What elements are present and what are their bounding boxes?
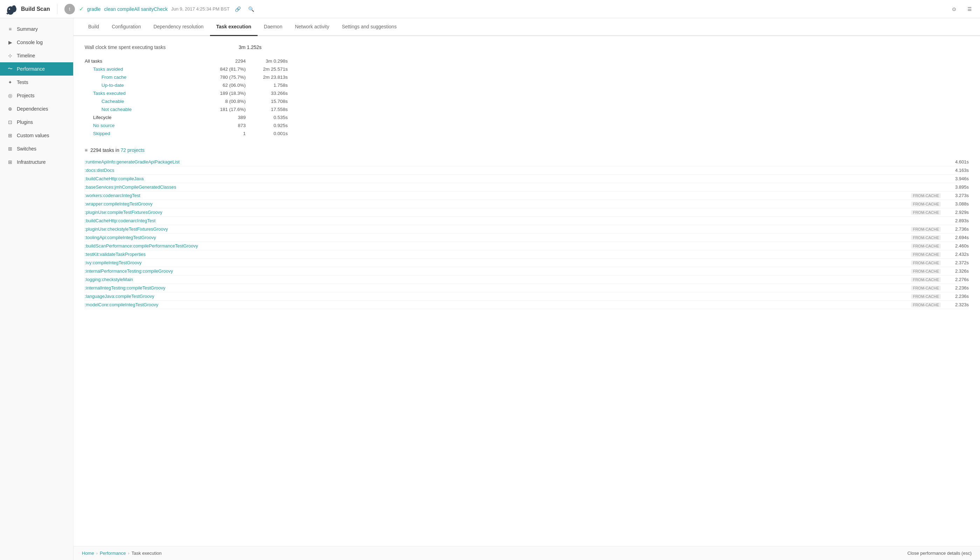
task-name[interactable]: :docs:distDocs (85, 168, 941, 173)
stats-time: 33.266s (246, 91, 288, 96)
tab-bar: BuildConfigurationDependency resolutionT… (73, 18, 980, 36)
stats-label[interactable]: From cache (85, 75, 197, 80)
tab-task-execution[interactable]: Task execution (210, 18, 258, 36)
task-badge: FROM-CACHE (911, 202, 941, 207)
sidebar-item-switches[interactable]: ⊞Switches (0, 142, 73, 155)
task-time: 2.929s (941, 210, 969, 215)
stats-time: 1.758s (246, 83, 288, 88)
stats-row: Cacheable8 (00.8%)15.708s (85, 97, 969, 105)
task-name[interactable]: :toolingApi:compileIntegTestGroovy (85, 235, 909, 240)
task-badge: FROM-CACHE (911, 193, 941, 198)
stats-time: 0.925s (246, 123, 288, 128)
task-name[interactable]: :runtimeApiInfo:generateGradleApiPackage… (85, 159, 941, 165)
tab-dependency-resolution[interactable]: Dependency resolution (147, 18, 210, 36)
task-name[interactable]: :buildCacheHttp:compileJava (85, 176, 941, 181)
task-row: :languageJava:compileTestGroovyFROM-CACH… (85, 292, 969, 301)
task-row: :logging:checkstyleMainFROM-CACHE2.276s (85, 275, 969, 284)
sidebar-item-console-log[interactable]: ▶Console log (0, 36, 73, 49)
stats-label[interactable]: Tasks avoided (85, 67, 197, 72)
sidebar-item-label-custom-values: Custom values (17, 133, 49, 138)
top-header: Build Scan t ✓ gradle clean compileAll s… (0, 0, 980, 18)
task-name[interactable]: :baseServices:jmhCompileGeneratedClasses (85, 185, 941, 190)
projects-icon: ◎ (7, 92, 13, 99)
tab-settings-suggestions[interactable]: Settings and suggestions (336, 18, 403, 36)
task-row: :testKit:validateTaskPropertiesFROM-CACH… (85, 250, 969, 258)
breadcrumb-home[interactable]: Home (82, 550, 94, 556)
search-icon[interactable]: 🔍 (247, 4, 256, 14)
projects-link[interactable]: 72 projects (121, 147, 145, 153)
sidebar-item-plugins[interactable]: ⊡Plugins (0, 115, 73, 129)
sidebar-item-label-performance: Performance (17, 66, 45, 72)
switches-icon: ⊞ (7, 146, 13, 152)
task-row: :baseServices:jmhCompileGeneratedClasses… (85, 183, 969, 192)
sidebar-item-projects[interactable]: ◎Projects (0, 89, 73, 102)
header-divider (57, 4, 57, 14)
sidebar-item-infrastructure[interactable]: ⊞Infrastructure (0, 155, 73, 169)
sidebar-item-tests[interactable]: ✦Tests (0, 76, 73, 89)
task-name[interactable]: :buildScanPerformance:compilePerformance… (85, 243, 909, 248)
stats-time: 2m 23.813s (246, 75, 288, 80)
sidebar-item-label-summary: Summary (17, 26, 38, 32)
stats-label[interactable]: Up-to-date (85, 83, 197, 88)
stats-row: From cache780 (75.7%)2m 23.813s (85, 73, 969, 81)
task-time: 2.323s (941, 302, 969, 307)
task-name[interactable]: :ivy:compileIntegTestGroovy (85, 260, 909, 265)
sidebar-item-label-dependencies: Dependencies (17, 106, 48, 112)
task-badge: FROM-CACHE (911, 235, 941, 240)
task-name[interactable]: :wrapper:compileIntegTestGroovy (85, 201, 909, 207)
stats-time: 0.535s (246, 115, 288, 120)
task-row: :ivy:compileIntegTestGroovyFROM-CACHE2.3… (85, 258, 969, 267)
compare-icon[interactable]: ⊙ (949, 4, 959, 14)
plugins-icon: ⊡ (7, 119, 13, 125)
task-badge: FROM-CACHE (911, 294, 941, 299)
stats-count: 181 (17.6%) (197, 107, 246, 112)
stats-time: 0.001s (246, 131, 288, 136)
tab-build[interactable]: Build (82, 18, 105, 36)
task-name[interactable]: :internalPerformanceTesting:compileGroov… (85, 268, 909, 274)
sidebar-item-label-plugins: Plugins (17, 119, 33, 125)
menu-icon[interactable]: ☰ (965, 4, 974, 14)
task-name[interactable]: :testKit:validateTaskProperties (85, 252, 909, 257)
tab-network-activity[interactable]: Network activity (289, 18, 336, 36)
stats-table: All tasks22943m 0.298sTasks avoided842 (… (85, 57, 969, 138)
dependencies-icon: ⊕ (7, 106, 13, 112)
wall-clock-value: 3m 1.252s (239, 45, 262, 50)
task-badge: FROM-CACHE (911, 269, 941, 274)
stats-count: 2294 (197, 58, 246, 64)
tests-icon: ✦ (7, 79, 13, 85)
task-name[interactable]: :pluginUse:compileTestFixturesGroovy (85, 210, 909, 215)
stats-row: Skipped10.001s (85, 130, 969, 138)
breadcrumb-performance[interactable]: Performance (100, 550, 126, 556)
stats-row: Lifecycle3890.535s (85, 113, 969, 122)
stats-label[interactable]: Skipped (85, 131, 197, 136)
sidebar-item-summary[interactable]: ≡Summary (0, 22, 73, 36)
task-count-number: 2294 (90, 147, 101, 153)
close-performance-details[interactable]: Close performance details (esc) (907, 550, 972, 556)
stats-label[interactable]: Cacheable (85, 99, 197, 104)
task-time: 3.273s (941, 193, 969, 198)
task-name[interactable]: :pluginUse:checkstyleTestFixturesGroovy (85, 227, 909, 232)
sidebar-item-timeline[interactable]: ⊹Timeline (0, 49, 73, 62)
task-row: :buildCacheHttp:compileJava3.946s (85, 175, 969, 183)
sidebar-item-dependencies[interactable]: ⊕Dependencies (0, 102, 73, 115)
task-name[interactable]: :languageJava:compileTestGroovy (85, 293, 909, 299)
task-name[interactable]: :buildCacheHttp:codenarcIntegTest (85, 218, 941, 223)
task-list: :runtimeApiInfo:generateGradleApiPackage… (85, 158, 969, 309)
stats-row: Not cacheable181 (17.6%)17.558s (85, 105, 969, 113)
task-name[interactable]: :workers:codenarcIntegTest (85, 193, 909, 198)
stats-label[interactable]: No source (85, 123, 197, 128)
stats-count: 8 (00.8%) (197, 99, 246, 104)
task-name[interactable]: :internalIntegTesting:compileTestGroovy (85, 285, 909, 290)
sidebar-item-custom-values[interactable]: ⊞Custom values (0, 129, 73, 142)
tab-daemon[interactable]: Daemon (258, 18, 289, 36)
tab-configuration[interactable]: Configuration (105, 18, 147, 36)
summary-icon: ≡ (7, 26, 13, 32)
elephant-icon (6, 3, 18, 15)
task-name[interactable]: :modelCore:compileIntegTestGroovy (85, 302, 909, 307)
task-name[interactable]: :logging:checkstyleMain (85, 277, 909, 282)
task-time: 3.895s (941, 185, 969, 190)
sidebar-item-performance[interactable]: 〜Performance (0, 62, 73, 76)
link-icon[interactable]: 🔗 (233, 4, 243, 14)
stats-label[interactable]: Not cacheable (85, 107, 197, 112)
stats-label[interactable]: Tasks executed (85, 91, 197, 96)
